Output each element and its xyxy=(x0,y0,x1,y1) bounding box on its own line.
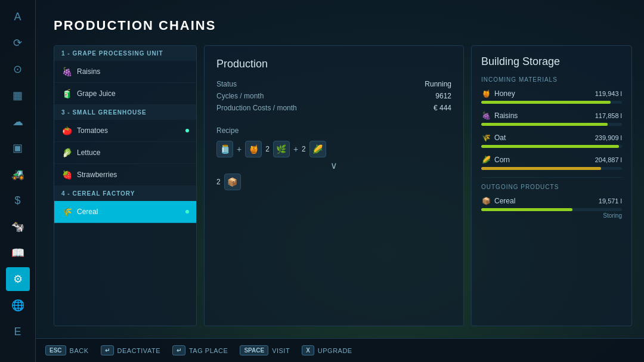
chain-item-strawberries[interactable]: 🍓Strawberries xyxy=(54,164,196,186)
sidebar: A⟳⊙▦☁▣🚜$🐄📖⚙🌐E xyxy=(0,0,36,362)
visit-btn[interactable]: SPACE VISIT xyxy=(240,345,290,355)
coin-icon[interactable]: $ xyxy=(6,188,30,212)
enter-key-1: ↵ xyxy=(101,345,114,355)
cereal-icon: 🌾 xyxy=(61,206,72,217)
cloud-icon[interactable]: ☁ xyxy=(6,110,30,134)
book-icon[interactable]: 📖 xyxy=(6,241,30,265)
upgrade-label: UPGRADE xyxy=(318,347,352,354)
tomatoes-icon: 🍅 xyxy=(61,125,72,136)
cow-icon[interactable]: 🐄 xyxy=(6,215,30,239)
outgoing-cereal: 📦 Cereal 19,571 l Storing xyxy=(481,196,622,219)
corn-name: Corn xyxy=(494,156,592,164)
status-label: Status xyxy=(216,80,237,88)
content-row: 1 - GRAPE PROCESSING UNIT🍇Raisins🧃Grape … xyxy=(54,45,632,326)
incoming-honey: 🍯 Honey 119,943 l xyxy=(481,89,622,104)
storage-panel: Building Storage INCOMING MATERIALS 🍯 Ho… xyxy=(471,45,632,326)
cycles-label: Cycles / month xyxy=(216,92,264,100)
raisins-value: 117,858 l xyxy=(595,112,622,119)
chains-panel: 1 - GRAPE PROCESSING UNIT🍇Raisins🧃Grape … xyxy=(54,45,197,326)
calendar-icon[interactable]: ▦ xyxy=(6,83,30,107)
main-content: PRODUCTION CHAINS 1 - GRAPE PROCESSING U… xyxy=(36,0,644,338)
x-key: X xyxy=(302,345,314,355)
num2: 2 xyxy=(265,145,270,153)
cycles-row: Cycles / month 9612 xyxy=(216,92,451,100)
esc-back-btn[interactable]: ESC BACK xyxy=(45,345,89,355)
cycles-value: 9612 xyxy=(435,92,451,100)
chain-item-raisins[interactable]: 🍇Raisins xyxy=(54,61,196,83)
incoming-oat: 🌾 Oat 239,909 l xyxy=(481,133,622,148)
honey-icon: 🍯 xyxy=(481,89,491,98)
honey-value: 119,943 l xyxy=(595,90,622,97)
cereal-bar-bg xyxy=(481,208,622,211)
num2b: 2 xyxy=(302,145,306,153)
tractor-icon[interactable]: 🚜 xyxy=(6,162,30,186)
output-amount: 2 xyxy=(216,178,221,186)
costs-value: € 444 xyxy=(434,104,451,112)
plus1: + xyxy=(237,144,242,154)
storage-title: Building Storage xyxy=(481,55,622,68)
status-row: Status Running xyxy=(216,80,451,88)
chain-item-tomatoes[interactable]: 🍅Tomatoes xyxy=(54,120,196,142)
corn-value: 204,887 l xyxy=(595,156,622,163)
lettuce-icon: 🥬 xyxy=(61,147,72,158)
globe-icon[interactable]: 🌐 xyxy=(6,293,30,317)
enter-key-2: ↵ xyxy=(172,345,185,355)
letter-e-icon[interactable]: E xyxy=(6,320,30,344)
recipe-output: 2 📦 xyxy=(216,174,451,190)
chart-icon[interactable]: ▣ xyxy=(6,136,30,160)
cereal-value: 19,571 l xyxy=(599,197,622,205)
production-title: Production xyxy=(216,58,451,70)
chain-item-cereal[interactable]: 🌾Cereal xyxy=(54,201,196,223)
back-label: BACK xyxy=(70,347,89,354)
tag-place-label: TAG PLACE xyxy=(189,347,228,354)
chain-group-header-group1: 1 - GRAPE PROCESSING UNIT xyxy=(54,46,196,61)
raisins-icon: 🍇 xyxy=(481,111,491,120)
oat-name: Oat xyxy=(494,134,592,142)
oat-bar-fill xyxy=(481,145,619,148)
cereal-bar-fill xyxy=(481,208,572,211)
recipe-label: Recipe xyxy=(216,126,451,135)
incoming-label: INCOMING MATERIALS xyxy=(481,76,622,83)
grape-juice-label: Grape Juice xyxy=(77,89,189,98)
status-value: Running xyxy=(425,80,451,88)
visit-label: VISIT xyxy=(272,347,290,354)
cereal-status: Storing xyxy=(481,212,622,219)
upgrade-btn[interactable]: X UPGRADE xyxy=(302,345,352,355)
oat-icon: 🌾 xyxy=(481,133,491,143)
chain-item-lettuce[interactable]: 🥬Lettuce xyxy=(54,142,196,164)
honey-bar-bg xyxy=(481,101,622,104)
ingredient-raisins-icon: 🍯 xyxy=(245,141,262,157)
outgoing-label: OUTGOING PRODUCTS xyxy=(481,184,622,190)
bottom-bar: ESC BACK ↵ DEACTIVATE ↵ TAG PLACE SPACE … xyxy=(36,338,644,362)
incoming-raisins: 🍇 Raisins 117,858 l xyxy=(481,111,622,126)
costs-label: Production Costs / month xyxy=(216,104,297,112)
letter-a-icon[interactable]: A xyxy=(6,5,30,29)
space-key: SPACE xyxy=(240,345,268,355)
recipe-inputs: 🫙 + 🍯 2 🌿 + 2 🌽 xyxy=(216,141,451,157)
cereal-icon: 📦 xyxy=(481,196,491,206)
deactivate-label: DEACTIVATE xyxy=(117,347,160,354)
raisins-name: Raisins xyxy=(494,112,592,120)
chain-item-grape-juice[interactable]: 🧃Grape Juice xyxy=(54,83,196,105)
honey-bar-fill xyxy=(481,101,611,104)
tag-place-btn[interactable]: ↵ TAG PLACE xyxy=(172,345,228,355)
oat-value: 239,909 l xyxy=(595,134,622,141)
chain-group-header-group4: 4 - CEREAL FACTORY xyxy=(54,186,196,201)
incoming-corn: 🌽 Corn 204,887 l xyxy=(481,155,622,170)
recipe-section: Recipe 🫙 + 🍯 2 🌿 + 2 🌽 ∨ 2 📦 xyxy=(216,126,451,190)
output-cereal-icon: 📦 xyxy=(224,174,241,190)
clock-icon[interactable]: ⟳ xyxy=(6,31,30,55)
raisins-label: Raisins xyxy=(77,67,189,76)
ingredient-corn-icon: 🌽 xyxy=(309,141,326,157)
cereal-label: Cereal xyxy=(77,208,189,216)
recipe-arrow: ∨ xyxy=(216,160,451,171)
deactivate-btn[interactable]: ↵ DEACTIVATE xyxy=(101,345,160,355)
raisins-icon: 🍇 xyxy=(61,66,72,77)
corn-bar-fill xyxy=(481,167,601,170)
tomatoes-label: Tomatoes xyxy=(77,126,189,135)
raisins-bar-bg xyxy=(481,123,622,126)
wheel-icon[interactable]: ⊙ xyxy=(6,57,30,81)
factory-icon[interactable]: ⚙ xyxy=(6,267,30,291)
corn-icon: 🌽 xyxy=(481,155,491,165)
lettuce-label: Lettuce xyxy=(77,148,189,157)
